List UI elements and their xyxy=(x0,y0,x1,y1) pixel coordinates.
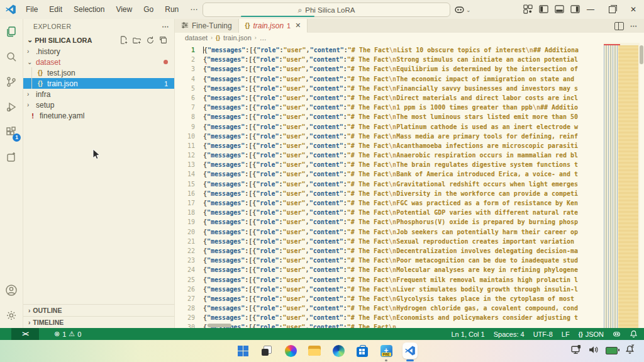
notifications-bell-icon[interactable] xyxy=(630,330,638,338)
extensions-icon[interactable]: 1 xyxy=(0,120,23,145)
tree-item-dataset[interactable]: ⌄ dataset xyxy=(23,57,174,67)
new-file-icon[interactable] xyxy=(119,36,128,45)
network-icon[interactable] xyxy=(570,344,581,355)
indentation[interactable]: Spaces: 4 xyxy=(494,331,525,338)
tree-item-history[interactable]: › .history xyxy=(23,46,174,57)
minimize-icon[interactable]: — xyxy=(580,0,601,19)
chevron-expanded-icon: ⌄ xyxy=(27,36,33,44)
tab-fine-tuning[interactable]: Fine-Tuning xyxy=(175,19,239,33)
window-progress-bar xyxy=(241,16,314,17)
language-mode[interactable]: {} JSON xyxy=(579,331,604,338)
start-icon[interactable] xyxy=(235,342,250,359)
menu-more-icon[interactable]: ⋯ xyxy=(184,0,203,19)
outline-pane-header[interactable]: › OUTLINE xyxy=(23,304,174,316)
breadcrumb-train-json[interactable]: train.json xyxy=(223,34,252,42)
code-line: 23{"messages":[{"role":"user","content":… xyxy=(175,256,644,265)
vscode-taskbar-icon[interactable] xyxy=(402,342,418,359)
settings-gear-icon[interactable] xyxy=(0,303,23,328)
vertical-scrollbar[interactable] xyxy=(640,45,643,64)
split-editor-icon[interactable] xyxy=(614,22,624,30)
menu-view[interactable]: View xyxy=(110,0,138,19)
edge-icon[interactable] xyxy=(331,342,346,359)
ai-toolkit-icon[interactable] xyxy=(0,145,23,170)
battery-icon[interactable] xyxy=(606,347,618,354)
command-center-search[interactable]: ⌕ Phi Silica LoRA xyxy=(203,3,450,17)
toggle-primary-sidebar-icon[interactable] xyxy=(539,4,548,14)
yaml-file-icon: ! xyxy=(28,112,37,120)
menu-file[interactable]: File xyxy=(20,0,43,19)
copilot-app-icon[interactable] xyxy=(283,342,298,359)
restore-icon[interactable] xyxy=(601,0,623,19)
running-indicator xyxy=(385,359,387,361)
menu-selection[interactable]: Selection xyxy=(68,0,110,19)
active-app-indicator xyxy=(406,359,414,361)
explorer-icon[interactable] xyxy=(0,19,23,44)
editor-more-icon[interactable]: ⋯ xyxy=(630,22,638,30)
tree-item-train-json[interactable]: {} train.json 1 xyxy=(23,78,174,89)
chevron-down-icon: ⌄ xyxy=(466,7,471,13)
account-icon[interactable] xyxy=(0,278,23,303)
menu-go[interactable]: Go xyxy=(138,0,159,19)
cursor-position[interactable]: Ln 1, Col 1 xyxy=(452,331,485,338)
code-line: 4{"messages":[{"role":"user","content":"… xyxy=(175,74,644,84)
problems-status[interactable]: ⊗ 1 ⚠︎ 0 xyxy=(54,330,81,338)
breadcrumb: dataset › {} train.json › … xyxy=(175,33,644,43)
copilot-status-icon[interactable] xyxy=(613,330,621,338)
warning-icon: ⚠︎ xyxy=(69,330,75,338)
code-line: 24{"messages":[{"role":"user","content":… xyxy=(175,265,644,274)
encoding[interactable]: UTF-8 xyxy=(533,331,553,338)
task-view-icon[interactable] xyxy=(259,342,274,359)
close-icon[interactable]: ✕ xyxy=(623,0,644,19)
explorer-more-icon[interactable]: ⋯ xyxy=(162,23,170,30)
search-icon: ⌕ xyxy=(298,6,303,14)
volume-icon[interactable] xyxy=(588,344,599,355)
dev-home-preview-icon[interactable]: +PRE xyxy=(379,342,394,359)
breadcrumb-dataset[interactable]: dataset xyxy=(185,34,208,42)
customize-layout-icon[interactable] xyxy=(523,4,533,14)
collapse-all-icon[interactable] xyxy=(159,36,168,45)
tree-item-test-json[interactable]: {} test.json xyxy=(23,67,174,78)
code-line: 25{"messages":[{"role":"user","content":… xyxy=(175,275,644,285)
code-line: 29{"messages":[{"role":"user","content":… xyxy=(175,313,644,322)
search-view-icon[interactable] xyxy=(0,44,23,69)
breadcrumb-separator-icon: › xyxy=(255,35,257,41)
problem-dot-badge xyxy=(164,60,168,64)
breadcrumb-separator-icon: › xyxy=(211,35,213,41)
chevron-collapsed-icon: › xyxy=(28,307,30,314)
source-control-icon[interactable] xyxy=(0,69,23,94)
code-line: 30{"messages":[{"role":"user","content":… xyxy=(175,322,644,328)
window-controls: — ✕ xyxy=(580,0,644,19)
explorer-title: EXPLORER xyxy=(33,23,71,30)
toggle-panel-icon[interactable] xyxy=(555,4,564,14)
remote-indicator[interactable]: >< xyxy=(11,328,39,340)
breadcrumb-symbol[interactable]: … xyxy=(260,34,267,42)
close-tab-icon[interactable]: ✕ xyxy=(295,21,301,30)
json-file-icon: {} xyxy=(216,35,220,41)
activity-bar: 1 xyxy=(0,19,23,328)
horizontal-scrollbar[interactable] xyxy=(208,324,231,327)
toggle-secondary-sidebar-icon[interactable] xyxy=(570,4,580,14)
workspace-root[interactable]: ⌄ PHI SILICA LORA xyxy=(23,34,174,46)
file-explorer-icon[interactable] xyxy=(307,342,322,359)
menu-run[interactable]: Run xyxy=(159,0,184,19)
eol-sequence[interactable]: LF xyxy=(562,331,570,338)
run-debug-icon[interactable] xyxy=(0,94,23,120)
new-folder-icon[interactable] xyxy=(133,36,142,45)
code-line: 1{"messages":[{"role":"user","content":"… xyxy=(175,45,644,55)
minimap[interactable] xyxy=(604,43,640,328)
refresh-icon[interactable] xyxy=(146,36,155,45)
code-editor[interactable]: 1{"messages":[{"role":"user","content":"… xyxy=(175,43,644,328)
tab-train-json[interactable]: {} train.json 1 ✕ xyxy=(239,19,308,33)
timeline-pane-header[interactable]: › TIMELINE xyxy=(23,316,174,328)
microsoft-store-icon[interactable] xyxy=(355,342,370,359)
code-line: 7{"messages":[{"role":"user","content":"… xyxy=(175,103,644,112)
menu-edit[interactable]: Edit xyxy=(43,0,68,19)
layout-controls xyxy=(523,4,580,14)
copilot-menu[interactable]: ⌄ xyxy=(454,4,471,15)
editor-tabs: Fine-Tuning {} train.json 1 ✕ ⋯ xyxy=(175,19,644,33)
tree-item-infra[interactable]: › infra xyxy=(23,89,174,99)
tree-item-finetune-yaml[interactable]: ! finetune.yaml xyxy=(23,110,174,121)
tab-problem-badge: 1 xyxy=(287,22,291,30)
tree-item-setup[interactable]: › setup xyxy=(23,99,174,110)
do-not-disturb-bell-icon[interactable] xyxy=(625,344,635,355)
